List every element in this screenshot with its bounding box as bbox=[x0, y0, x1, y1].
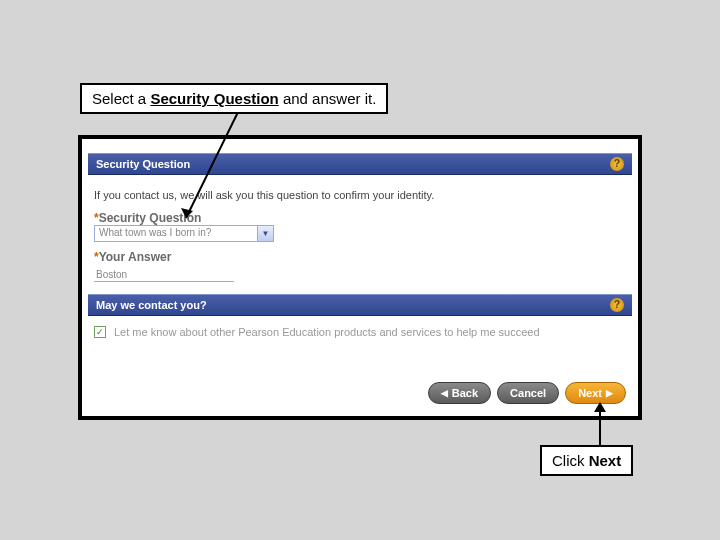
button-label: Cancel bbox=[510, 387, 546, 399]
cancel-button[interactable]: Cancel bbox=[497, 382, 559, 404]
button-label: Back bbox=[452, 387, 478, 399]
callout-text: and answer it. bbox=[279, 90, 377, 107]
panel-title: May we contact you? bbox=[96, 299, 207, 311]
security-section: If you contact us, we will ask you this … bbox=[82, 175, 638, 288]
triangle-left-icon: ◀ bbox=[441, 388, 448, 398]
button-row: ◀ Back Cancel Next ▶ bbox=[428, 382, 626, 404]
triangle-right-icon: ▶ bbox=[606, 388, 613, 398]
back-button[interactable]: ◀ Back bbox=[428, 382, 491, 404]
button-label: Next bbox=[578, 387, 602, 399]
callout-emphasis: Next bbox=[589, 452, 622, 469]
select-value: What town was I born in? bbox=[95, 226, 257, 241]
callout-text: Select a bbox=[92, 90, 150, 107]
question-label: *Security Question bbox=[94, 211, 626, 225]
contact-optin-row: ✓ Let me know about other Pearson Educat… bbox=[82, 316, 638, 344]
help-icon[interactable]: ? bbox=[610, 298, 624, 312]
callout-emphasis: Security Question bbox=[150, 90, 278, 107]
panel-header-contact: May we contact you? ? bbox=[88, 294, 632, 316]
security-question-select[interactable]: What town was I born in? ▼ bbox=[94, 225, 274, 242]
form-frame: Security Question ? If you contact us, w… bbox=[78, 135, 642, 420]
panel-title: Security Question bbox=[96, 158, 190, 170]
optin-label: Let me know about other Pearson Educatio… bbox=[114, 326, 540, 338]
optin-checkbox[interactable]: ✓ bbox=[94, 326, 106, 338]
instruction-callout-bottom: Click Next bbox=[540, 445, 633, 476]
instruction-callout-top: Select a Security Question and answer it… bbox=[80, 83, 388, 114]
instruction-text: If you contact us, we will ask you this … bbox=[94, 189, 626, 201]
next-button[interactable]: Next ▶ bbox=[565, 382, 626, 404]
chevron-down-icon: ▼ bbox=[257, 226, 273, 241]
panel-header-security: Security Question ? bbox=[88, 153, 632, 175]
answer-input[interactable] bbox=[94, 268, 234, 282]
help-icon[interactable]: ? bbox=[610, 157, 624, 171]
callout-text: Click bbox=[552, 452, 589, 469]
answer-label: *Your Answer bbox=[94, 250, 626, 264]
